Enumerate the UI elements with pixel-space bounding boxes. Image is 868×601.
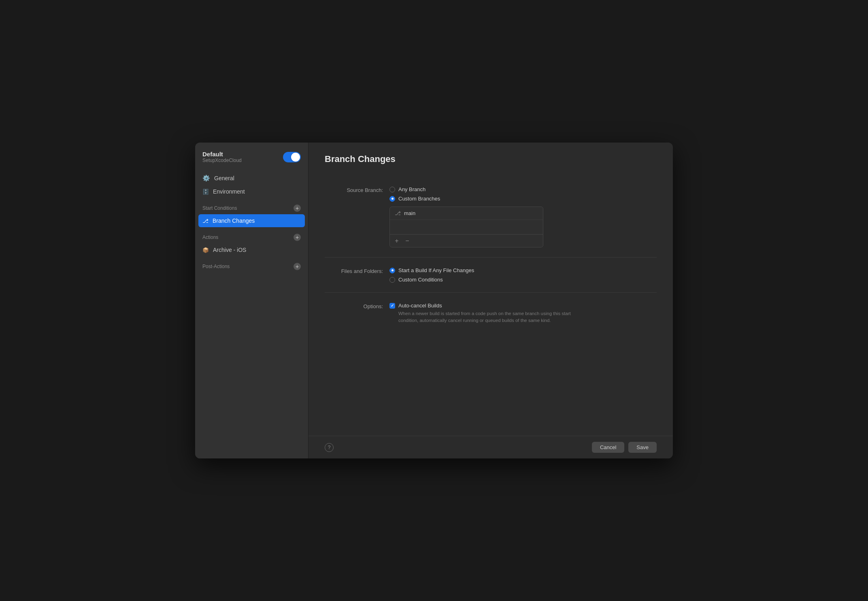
branches-controls: + −: [390, 234, 543, 247]
branches-list: ⎇ main + −: [389, 207, 543, 247]
files-folders-section: Files and Folders: Start a Build If Any …: [325, 258, 657, 293]
branch-item-icon: ⎇: [395, 210, 401, 216]
environment-label: Environment: [213, 188, 245, 195]
any-branch-label: Any Branch: [398, 186, 425, 192]
cancel-button[interactable]: Cancel: [592, 442, 624, 453]
custom-branches-label: Custom Branches: [398, 196, 440, 202]
page-title: Branch Changes: [325, 154, 657, 164]
sidebar-item-branch-changes[interactable]: ⎇ Branch Changes: [198, 214, 305, 227]
sidebar-subtitle: SetupXcodeCloud: [202, 158, 242, 163]
add-post-action-button[interactable]: +: [294, 263, 301, 270]
options-row: Options: Auto-cancel Builds When a newer…: [325, 303, 657, 324]
branch-item-empty: [390, 220, 543, 234]
main-content: Branch Changes Source Branch: Any Branch…: [308, 143, 673, 458]
auto-cancel-description: When a newer build is started from a cod…: [398, 310, 585, 324]
files-folders-row: Files and Folders: Start a Build If Any …: [325, 267, 657, 283]
files-folders-options: Start a Build If Any File Changes Custom…: [389, 267, 657, 283]
sidebar-item-archive-ios[interactable]: 📦 Archive - iOS: [195, 243, 308, 256]
start-conditions-label: Start Conditions: [202, 205, 237, 211]
post-actions-section: Post-Actions +: [195, 256, 308, 273]
archive-icon: 📦: [202, 247, 209, 253]
any-branch-option[interactable]: Any Branch: [389, 186, 657, 192]
custom-branches-radio[interactable]: [389, 196, 395, 202]
auto-cancel-label: Auto-cancel Builds: [398, 303, 585, 309]
post-actions-label: Post-Actions: [202, 264, 230, 269]
branch-item-main[interactable]: ⎇ main: [390, 207, 543, 220]
start-conditions-section: Start Conditions +: [195, 198, 308, 214]
add-branch-button[interactable]: +: [393, 237, 400, 245]
any-branch-radio[interactable]: [389, 187, 395, 192]
custom-conditions-label: Custom Conditions: [398, 277, 443, 283]
custom-branches-option[interactable]: Custom Branches: [389, 196, 657, 202]
gear-icon: ⚙️: [202, 175, 210, 182]
help-button[interactable]: ?: [325, 443, 334, 452]
files-folders-label: Files and Folders:: [325, 267, 389, 274]
source-branch-label: Source Branch:: [325, 186, 389, 193]
sidebar-header: Default SetupXcodeCloud: [195, 151, 308, 171]
start-build-option[interactable]: Start a Build If Any File Changes: [389, 267, 657, 273]
sidebar-title: Default: [202, 151, 242, 158]
branch-name: main: [404, 210, 415, 216]
options-label: Options:: [325, 303, 389, 309]
options-content: Auto-cancel Builds When a newer build is…: [389, 303, 657, 324]
sidebar-item-environment[interactable]: 🗄️ Environment: [195, 185, 308, 198]
environment-icon: 🗄️: [202, 189, 209, 195]
actions-label: Actions: [202, 234, 218, 240]
start-build-label: Start a Build If Any File Changes: [398, 267, 474, 273]
custom-conditions-radio[interactable]: [389, 277, 395, 283]
archive-ios-label: Archive - iOS: [213, 247, 246, 253]
custom-conditions-option[interactable]: Custom Conditions: [389, 277, 657, 283]
sidebar: Default SetupXcodeCloud ⚙️ General 🗄️ En…: [195, 143, 308, 458]
enable-toggle[interactable]: [283, 152, 301, 162]
general-label: General: [214, 175, 234, 181]
remove-branch-button[interactable]: −: [404, 237, 411, 245]
add-start-condition-button[interactable]: +: [294, 205, 301, 212]
branch-changes-label: Branch Changes: [213, 217, 255, 224]
branch-icon: ⎇: [202, 218, 208, 224]
start-build-radio[interactable]: [389, 268, 395, 273]
source-branch-row: Source Branch: Any Branch Custom Branche…: [325, 186, 657, 247]
auto-cancel-option[interactable]: Auto-cancel Builds When a newer build is…: [389, 303, 657, 324]
main-header: Branch Changes: [308, 143, 673, 173]
sidebar-item-general[interactable]: ⚙️ General: [195, 171, 308, 185]
save-button[interactable]: Save: [628, 442, 657, 453]
footer: ? Cancel Save: [308, 436, 673, 458]
auto-cancel-checkbox[interactable]: [389, 303, 395, 309]
source-branch-options: Any Branch Custom Branches ⎇ main: [389, 186, 657, 247]
add-action-button[interactable]: +: [294, 234, 301, 241]
content-area: Source Branch: Any Branch Custom Branche…: [308, 173, 673, 436]
options-section: Options: Auto-cancel Builds When a newer…: [325, 293, 657, 334]
source-branch-section: Source Branch: Any Branch Custom Branche…: [325, 177, 657, 258]
footer-actions: Cancel Save: [592, 442, 657, 453]
actions-section: Actions +: [195, 227, 308, 243]
